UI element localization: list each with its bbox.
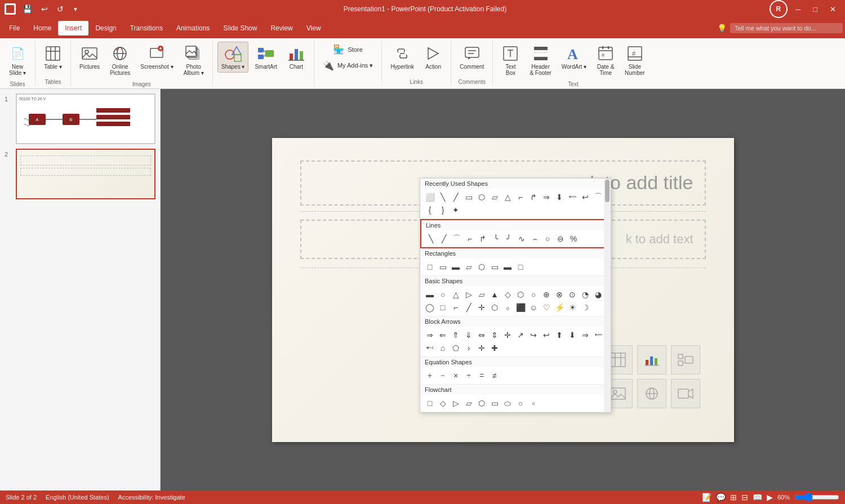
flow-data[interactable]: ▷	[450, 397, 462, 409]
arrow-r2[interactable]: ⇒	[579, 329, 592, 341]
rect-6[interactable]: ▭	[488, 261, 501, 273]
shape-hex[interactable]: ⬡	[514, 288, 527, 301]
shape-icon[interactable]: ⬇	[553, 191, 566, 203]
menu-insert[interactable]: Insert	[58, 21, 88, 35]
arrow-right[interactable]: ⇒	[424, 329, 436, 341]
shapes-scrollbar[interactable]	[604, 179, 611, 412]
tell-me-input[interactable]	[730, 23, 843, 33]
arrow-down[interactable]: ⇓	[462, 329, 475, 341]
shape-can[interactable]: ⬦	[501, 301, 514, 314]
shape-octagon[interactable]: ⊕	[540, 288, 553, 301]
flow-term[interactable]: ○	[514, 397, 527, 409]
flow-predefined[interactable]: ▱	[462, 397, 475, 409]
eq-equal[interactable]: =	[475, 369, 488, 382]
shape-pie[interactable]: ◔	[579, 288, 592, 301]
shape-icon[interactable]: ⌐	[514, 191, 527, 203]
shape-frame[interactable]: □	[437, 301, 449, 314]
shape-icon[interactable]: ╱	[450, 191, 462, 203]
shape-icon[interactable]: ✦	[450, 204, 462, 216]
arrow-home[interactable]: ⌂	[437, 342, 449, 354]
arrow-notch[interactable]: ⬷	[424, 342, 436, 354]
rect-4[interactable]: ▱	[462, 261, 475, 273]
slide-thumb-1[interactable]: 1 50100 TO 20 V A B	[5, 93, 155, 144]
slide-number-btn[interactable]: # SlideNumber	[621, 42, 649, 79]
save-quick-btn[interactable]: 💾	[20, 3, 34, 15]
shape-triangle[interactable]: △	[450, 288, 462, 301]
menu-review[interactable]: Review	[264, 21, 299, 35]
shape-icon[interactable]: ⬳	[566, 191, 579, 203]
shape-smile[interactable]: ☺	[527, 301, 540, 314]
shape-icon[interactable]: }	[437, 204, 449, 216]
store-btn[interactable]: 🏪 Store	[319, 42, 377, 57]
rect-7[interactable]: ▬	[501, 261, 514, 273]
header-footer-btn[interactable]: Header& Footer	[526, 42, 555, 79]
shape-chord[interactable]: ◕	[592, 288, 604, 301]
line-free[interactable]: ⊖	[554, 233, 567, 245]
slide-image-2[interactable]	[16, 149, 155, 199]
shape-bolt[interactable]: ⚡	[553, 301, 566, 314]
shape-cube[interactable]: ⬡	[488, 301, 501, 314]
rect-1[interactable]: □	[424, 261, 436, 273]
redo-btn[interactable]: ↺	[55, 3, 66, 15]
line-straight[interactable]: ╲	[425, 233, 437, 245]
new-slide-btn[interactable]: 📄 NewSlide ▾	[5, 42, 30, 79]
line-diagonal[interactable]: ╱	[438, 233, 450, 245]
table-btn[interactable]: Table ▾	[40, 42, 66, 73]
menu-slideshow[interactable]: Slide Show	[216, 21, 264, 35]
menu-view[interactable]: View	[300, 21, 328, 35]
shape-icon[interactable]: ╲	[437, 191, 449, 203]
smartart-btn[interactable]: SmartArt	[251, 42, 281, 73]
shape-plus[interactable]: ✛	[475, 301, 488, 314]
maximize-btn[interactable]: □	[808, 3, 822, 16]
shape-heart[interactable]: ♡	[540, 301, 553, 314]
arrow-4way[interactable]: ✛	[501, 329, 514, 341]
flow-internal[interactable]: ⬡	[475, 397, 488, 409]
online-pictures-btn[interactable]: OnlinePictures	[106, 42, 134, 79]
minimize-btn[interactable]: ─	[791, 3, 805, 16]
shape-icon[interactable]: △	[501, 191, 514, 203]
line-elbow2[interactable]: ↱	[477, 233, 489, 245]
shape-teardrop[interactable]: ◯	[424, 301, 436, 314]
line-elbow[interactable]: ⌐	[464, 233, 476, 245]
arrow-cross5[interactable]: ✚	[488, 342, 501, 354]
shape-halfframe[interactable]: ⌐	[450, 301, 462, 314]
shape-diag[interactable]: ╱	[462, 301, 475, 314]
line-curve[interactable]: ⌒	[451, 233, 463, 245]
arrow-down2[interactable]: ⬇	[566, 329, 579, 341]
arrow-stripe[interactable]: ⬳	[592, 329, 604, 341]
zoom-slider[interactable]	[794, 493, 839, 502]
shape-para[interactable]: ▱	[475, 288, 488, 301]
shape-rtriangle[interactable]: ▷	[462, 288, 475, 301]
shape-heptagon[interactable]: ○	[527, 288, 540, 301]
action-btn[interactable]: Action	[420, 42, 446, 73]
shape-moon[interactable]: ☽	[579, 301, 592, 314]
shape-brace[interactable]: ⬛	[514, 301, 527, 314]
menu-transitions[interactable]: Transitions	[123, 21, 170, 35]
comment-btn[interactable]: Comment	[456, 42, 488, 73]
line-scribble[interactable]: ╰	[490, 233, 502, 245]
photo-album-btn[interactable]: PhotoAlbum ▾	[180, 42, 208, 79]
rect-3[interactable]: ▬	[450, 261, 462, 273]
shape-icon[interactable]: ↱	[527, 191, 540, 203]
reading-view-btn[interactable]: 📖	[753, 493, 762, 502]
pictures-btn[interactable]: Pictures	[75, 42, 104, 73]
slide-image-1[interactable]: 50100 TO 20 V A B	[16, 93, 155, 144]
shapes-dropdown[interactable]: Recently Used Shapes ⬜ ╲ ╱ ▭ ⬡ ▱ △ ⌐ ↱ ⇒…	[420, 178, 611, 413]
hyperlink-btn[interactable]: Hyperlink	[386, 42, 418, 73]
shape-icon[interactable]: ▱	[488, 191, 501, 203]
arrow-lr[interactable]: ⇔	[475, 329, 488, 341]
line-special[interactable]: %	[567, 233, 580, 245]
shape-icon[interactable]: ⌒	[592, 191, 604, 203]
undo-btn[interactable]: ↩	[39, 3, 50, 15]
flow-multidoc[interactable]: ⬭	[501, 397, 514, 409]
menu-design[interactable]: Design	[88, 21, 123, 35]
shape-icon[interactable]: ⇒	[540, 191, 553, 203]
arrow-uturn[interactable]: ↪	[527, 329, 540, 341]
eq-notequal[interactable]: ≠	[488, 369, 501, 382]
arrow-left2[interactable]: ↩	[540, 329, 553, 341]
arrow-bent[interactable]: ↗	[514, 329, 527, 341]
wordart-btn[interactable]: A WordArt ▾	[558, 42, 590, 73]
line-open[interactable]: ○	[541, 233, 554, 245]
close-btn[interactable]: ✕	[825, 3, 840, 16]
eq-div[interactable]: ÷	[462, 369, 475, 382]
